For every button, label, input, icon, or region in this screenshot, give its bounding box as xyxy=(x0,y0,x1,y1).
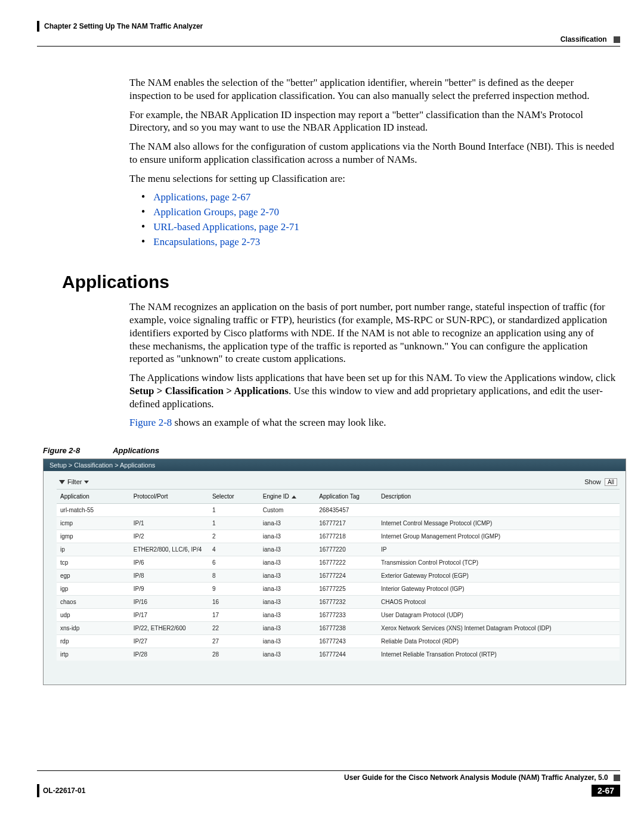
header-rule xyxy=(37,46,620,47)
figure-ref[interactable]: Figure 2-8 xyxy=(129,417,172,428)
table-row[interactable]: ipETHER2/800, LLC/6, IP/44iana-l31677722… xyxy=(57,543,620,556)
sort-asc-icon xyxy=(292,496,296,498)
link-encapsulations[interactable]: Encapsulations, page 2-73 xyxy=(153,236,260,247)
breadcrumb: Setup > Classification > Applications xyxy=(44,459,626,471)
footer-doc-id: OL-22617-01 xyxy=(43,786,85,795)
col-application-tag[interactable]: Application Tag xyxy=(315,490,377,504)
table-row[interactable]: url-match-551Custom268435457 xyxy=(57,504,620,517)
links-list: Applications, page 2-67 Application Grou… xyxy=(141,191,617,248)
apps-p2: The Applications window lists applicatio… xyxy=(129,371,617,410)
header-chapter: Chapter 2 Setting Up The NAM Traffic Ana… xyxy=(44,22,203,30)
col-application[interactable]: Application xyxy=(57,490,130,504)
heading-applications: Applications xyxy=(62,272,620,292)
table-row[interactable]: rdpIP/2727iana-l316777243Reliable Data P… xyxy=(57,635,620,648)
header-chapter-line: Chapter 2 Setting Up The NAM Traffic Ana… xyxy=(37,21,620,32)
col-protocol-port[interactable]: Protocol/Port xyxy=(130,490,209,504)
page-number: 2-67 xyxy=(592,785,620,797)
table-row[interactable]: icmpIP/11iana-l316777217Internet Control… xyxy=(57,517,620,530)
intro-p4: The menu selections for setting up Class… xyxy=(129,172,617,185)
page-footer: User Guide for the Cisco Network Analysi… xyxy=(37,770,620,797)
apps-p1: The NAM recognizes an application on the… xyxy=(129,301,617,366)
header-section: Classification xyxy=(561,35,607,44)
applications-screenshot: Setup > Classification > Applications Fi… xyxy=(43,459,626,685)
applications-table: Application Protocol/Port Selector Engin… xyxy=(57,490,620,661)
intro-p2: For example, the NBAR Application ID ins… xyxy=(129,109,617,135)
footer-square-icon xyxy=(614,775,620,781)
intro-p1: The NAM enables the selection of the "be… xyxy=(129,76,617,103)
link-application-groups[interactable]: Application Groups, page 2-70 xyxy=(153,206,279,218)
intro-p3: The NAM also allows for the configuratio… xyxy=(129,140,617,166)
table-row[interactable]: igmpIP/22iana-l316777218Internet Group M… xyxy=(57,530,620,543)
footer-left-bar xyxy=(37,784,39,797)
show-select[interactable]: All xyxy=(605,478,617,486)
col-description[interactable]: Description xyxy=(377,490,620,504)
footer-guide-title: User Guide for the Cisco Network Analysi… xyxy=(344,773,608,782)
table-row[interactable]: igpIP/99iana-l316777225Interior Gateway … xyxy=(57,583,620,596)
filter-button[interactable]: Filter xyxy=(59,478,89,485)
col-engine-id[interactable]: Engine ID xyxy=(259,490,315,504)
link-applications[interactable]: Applications, page 2-67 xyxy=(153,191,250,203)
table-row[interactable]: irtpIP/2828iana-l316777244Internet Relia… xyxy=(57,648,620,661)
apps-p3: Figure 2-8 shows an example of what the … xyxy=(129,416,617,429)
table-row[interactable]: udpIP/1717iana-l316777233User Datagram P… xyxy=(57,609,620,622)
show-control: Show All xyxy=(584,478,617,485)
link-url-based-applications[interactable]: URL-based Applications, page 2-71 xyxy=(153,221,299,233)
table-row[interactable]: xns-idpIP/22, ETHER2/60022iana-l31677723… xyxy=(57,622,620,635)
figure-caption: Figure 2-8Applications xyxy=(43,446,620,455)
table-row[interactable]: chaosIP/1616iana-l316777232CHAOS Protoco… xyxy=(57,596,620,609)
header-left-bar xyxy=(37,21,39,32)
chevron-down-icon xyxy=(84,481,89,484)
footer-rule xyxy=(37,770,620,771)
funnel-icon xyxy=(59,480,65,484)
header-square-icon xyxy=(614,36,620,43)
col-selector[interactable]: Selector xyxy=(209,490,259,504)
header-section-line: Classification xyxy=(37,35,620,44)
table-row[interactable]: egpIP/88iana-l316777224Exterior Gateway … xyxy=(57,569,620,583)
table-row[interactable]: tcpIP/66iana-l316777222Transmission Cont… xyxy=(57,556,620,569)
